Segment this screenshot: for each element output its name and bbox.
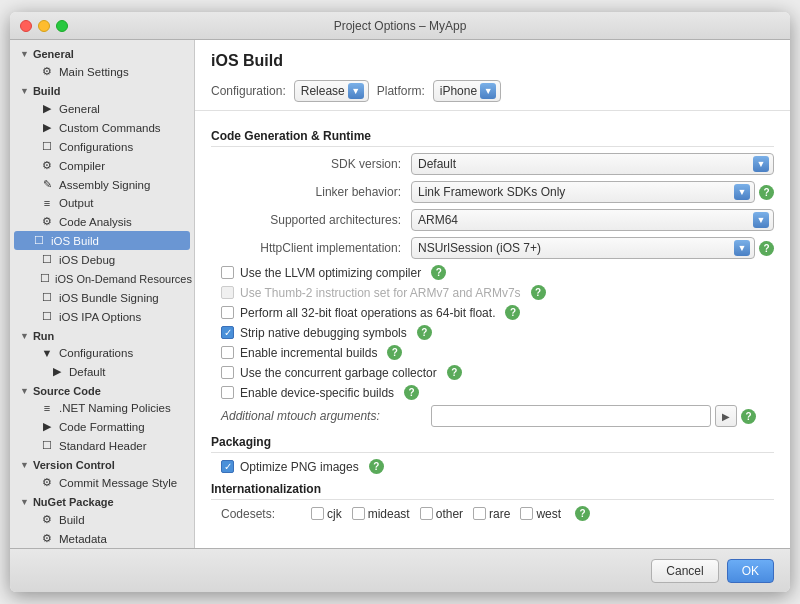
sidebar-item-custom-commands[interactable]: ▶ Custom Commands xyxy=(10,118,194,137)
checkbox-icon: ☐ xyxy=(32,234,46,247)
sidebar-item-run-default[interactable]: ▶ Default xyxy=(10,362,194,381)
sidebar-item-main-settings[interactable]: ⚙ Main Settings xyxy=(10,62,194,81)
thumb2-checkbox-row: Use Thumb-2 instruction set for ARMv7 an… xyxy=(211,285,774,300)
sidebar-section-general[interactable]: ▼ General xyxy=(10,44,194,62)
httpclient-row: HttpClient implementation: NSUrlSession … xyxy=(211,237,774,259)
strip-label: Strip native debugging symbols xyxy=(240,326,407,340)
gc-checkbox[interactable] xyxy=(221,366,234,379)
sidebar-item-naming-policies[interactable]: ≡ .NET Naming Policies xyxy=(10,399,194,417)
sidebar-item-assembly-signing[interactable]: ✎ Assembly Signing xyxy=(10,175,194,194)
mtouch-run-button[interactable]: ▶ xyxy=(715,405,737,427)
configuration-select[interactable]: Release ▼ xyxy=(294,80,369,102)
sidebar-item-code-analysis[interactable]: ⚙ Code Analysis xyxy=(10,212,194,231)
device-specific-checkbox[interactable] xyxy=(221,386,234,399)
codeset-cjk: cjk xyxy=(311,507,342,521)
minimize-button[interactable] xyxy=(38,20,50,32)
sidebar-item-ios-ondemand[interactable]: ☐ iOS On-Demand Resources xyxy=(10,269,194,288)
i18n-title: Internationalization xyxy=(211,482,774,500)
maximize-button[interactable] xyxy=(56,20,68,32)
strip-help-icon[interactable]: ? xyxy=(417,325,432,340)
west-label: west xyxy=(536,507,561,521)
png-help-icon[interactable]: ? xyxy=(369,459,384,474)
llvm-checkbox[interactable] xyxy=(221,266,234,279)
platform-select[interactable]: iPhone ▼ xyxy=(433,80,501,102)
llvm-help-icon[interactable]: ? xyxy=(431,265,446,280)
gear-icon: ⚙ xyxy=(40,513,54,526)
section-label: Run xyxy=(33,330,54,342)
rare-checkbox[interactable] xyxy=(473,507,486,520)
linker-control: Link Framework SDKs Only ▼ ? xyxy=(411,181,774,203)
float-help-icon[interactable]: ? xyxy=(505,305,520,320)
footer: Cancel OK xyxy=(10,548,790,592)
thumb2-checkbox[interactable] xyxy=(221,286,234,299)
codesets-help-icon[interactable]: ? xyxy=(575,506,590,521)
sidebar-item-code-formatting[interactable]: ▶ Code Formatting xyxy=(10,417,194,436)
sidebar-item-ios-ipa[interactable]: ☐ iOS IPA Options xyxy=(10,307,194,326)
png-optimize-checkbox[interactable] xyxy=(221,460,234,473)
mtouch-row: Additional mtouch arguments: ▶ ? xyxy=(211,405,774,427)
linker-dropdown[interactable]: Link Framework SDKs Only ▼ xyxy=(411,181,755,203)
sidebar-section-run[interactable]: ▼ Run xyxy=(10,326,194,344)
codeset-west: west xyxy=(520,507,561,521)
sidebar-item-nuget-metadata[interactable]: ⚙ Metadata xyxy=(10,529,194,548)
sdk-value: Default xyxy=(418,157,456,171)
sdk-label: SDK version: xyxy=(211,157,411,171)
gear-icon: ⚙ xyxy=(40,532,54,545)
dropdown-arrow-icon: ▼ xyxy=(734,184,750,200)
cancel-button[interactable]: Cancel xyxy=(651,559,718,583)
sidebar-item-output[interactable]: ≡ Output xyxy=(10,194,194,212)
linker-help-icon[interactable]: ? xyxy=(759,185,774,200)
incremental-checkbox[interactable] xyxy=(221,346,234,359)
sidebar-item-compiler[interactable]: ⚙ Compiler xyxy=(10,156,194,175)
arch-dropdown[interactable]: ARM64 ▼ xyxy=(411,209,774,231)
play-icon: ▶ xyxy=(40,121,54,134)
sidebar-section-source-code[interactable]: ▼ Source Code xyxy=(10,381,194,399)
sidebar-item-configurations[interactable]: ☐ Configurations xyxy=(10,137,194,156)
west-checkbox[interactable] xyxy=(520,507,533,520)
sidebar-item-run-configs[interactable]: ▼ Configurations xyxy=(10,344,194,362)
other-checkbox[interactable] xyxy=(420,507,433,520)
strip-checkbox[interactable] xyxy=(221,326,234,339)
sidebar-item-nuget-build[interactable]: ⚙ Build xyxy=(10,510,194,529)
titlebar: Project Options – MyApp xyxy=(10,12,790,40)
section-label: Source Code xyxy=(33,385,101,397)
thumb2-help-icon[interactable]: ? xyxy=(531,285,546,300)
sidebar-item-commit-style[interactable]: ⚙ Commit Message Style xyxy=(10,473,194,492)
codeset-rare: rare xyxy=(473,507,510,521)
float-label: Perform all 32-bit float operations as 6… xyxy=(240,306,495,320)
cjk-checkbox[interactable] xyxy=(311,507,324,520)
sidebar-item-ios-debug[interactable]: ☐ iOS Debug xyxy=(10,250,194,269)
gc-label: Use the concurrent garbage collector xyxy=(240,366,437,380)
doc-icon: ☐ xyxy=(40,439,54,452)
device-specific-checkbox-row: Enable device-specific builds ? xyxy=(211,385,774,400)
sidebar-item-standard-header[interactable]: ☐ Standard Header xyxy=(10,436,194,455)
sidebar-section-version-control[interactable]: ▼ Version Control xyxy=(10,455,194,473)
sidebar-section-build[interactable]: ▼ Build xyxy=(10,81,194,99)
httpclient-control: NSUrlSession (iOS 7+) ▼ ? xyxy=(411,237,774,259)
float-checkbox[interactable] xyxy=(221,306,234,319)
list-icon: ≡ xyxy=(40,197,54,209)
gear-icon: ⚙ xyxy=(40,476,54,489)
mtouch-help-icon[interactable]: ? xyxy=(741,409,756,424)
close-button[interactable] xyxy=(20,20,32,32)
main-header: iOS Build Configuration: Release ▼ Platf… xyxy=(195,40,790,111)
sdk-control: Default ▼ xyxy=(411,153,774,175)
httpclient-dropdown[interactable]: NSUrlSession (iOS 7+) ▼ xyxy=(411,237,755,259)
incremental-help-icon[interactable]: ? xyxy=(387,345,402,360)
sidebar-section-nuget[interactable]: ▼ NuGet Package xyxy=(10,492,194,510)
dropdown-arrow-icon: ▼ xyxy=(753,212,769,228)
httpclient-help-icon[interactable]: ? xyxy=(759,241,774,256)
sidebar-item-ios-bundle[interactable]: ☐ iOS Bundle Signing xyxy=(10,288,194,307)
device-specific-help-icon[interactable]: ? xyxy=(404,385,419,400)
gc-help-icon[interactable]: ? xyxy=(447,365,462,380)
mtouch-input[interactable] xyxy=(431,405,711,427)
sidebar-item-ios-build[interactable]: ☐ iOS Build xyxy=(14,231,190,250)
sidebar-item-build-general[interactable]: ▶ General xyxy=(10,99,194,118)
platform-value: iPhone xyxy=(440,84,477,98)
ok-button[interactable]: OK xyxy=(727,559,774,583)
mideast-checkbox[interactable] xyxy=(352,507,365,520)
play-icon: ▶ xyxy=(40,102,54,115)
arrow-icon: ▼ xyxy=(20,331,29,341)
cjk-label: cjk xyxy=(327,507,342,521)
sdk-dropdown[interactable]: Default ▼ xyxy=(411,153,774,175)
